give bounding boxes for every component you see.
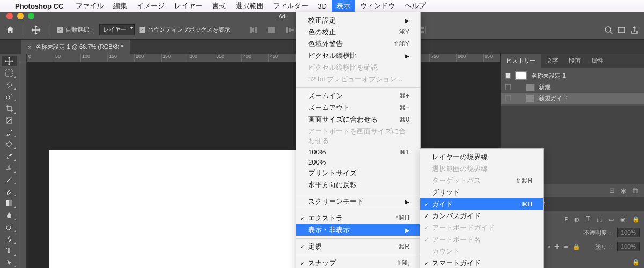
submenu-option[interactable]: ✓カンバスガイド [420, 210, 543, 222]
svg-rect-30 [6, 70, 12, 76]
menu-item-5[interactable]: 選択範囲 [231, 0, 268, 12]
svg-rect-1 [252, 28, 254, 32]
panel-tab[interactable]: 属性 [586, 54, 609, 68]
menu-option[interactable]: ズームイン⌘+ [296, 90, 420, 102]
submenu-option: カウント [420, 245, 543, 257]
menu-option[interactable]: 画面サイズに合わせる⌘0 [296, 114, 420, 125]
menu-item-10[interactable]: ヘルプ [400, 0, 430, 12]
stamp-tool[interactable] [2, 162, 17, 173]
svg-line-39 [11, 224, 12, 226]
crop-tool[interactable] [2, 103, 17, 114]
frame-tool[interactable] [2, 115, 17, 126]
menu-option[interactable]: 色域外警告⇧⌘Y [296, 38, 420, 50]
horizontal-ruler: 0501001502002503003504004505005506006507… [27, 54, 500, 62]
menu-item-1[interactable]: 編集 [108, 0, 132, 12]
lasso-tool[interactable] [2, 79, 17, 90]
fill-field[interactable]: 100% [617, 242, 640, 251]
menu-item-6[interactable]: フィルター [268, 0, 313, 12]
svg-rect-4 [270, 27, 273, 33]
menu-option[interactable]: ✓スナップ⇧⌘; [296, 257, 420, 268]
submenu-option[interactable]: ✓スマートガイド [420, 257, 543, 268]
panel-tab[interactable]: 段落 [564, 54, 586, 68]
submenu-option: ✓アートボード名 [420, 234, 543, 245]
svg-rect-26 [421, 31, 424, 33]
svg-rect-35 [6, 141, 12, 147]
menu-item-7[interactable]: 3D [313, 0, 332, 12]
eyedropper-tool[interactable] [2, 127, 17, 138]
history-item[interactable]: 新規 [501, 81, 644, 93]
move-tool[interactable] [2, 56, 17, 66]
vertical-ruler [18, 62, 27, 268]
submenu-option[interactable]: ✓ガイド⌘H [420, 198, 543, 210]
history-brush-tool[interactable] [2, 174, 17, 185]
history-panel: ✓名称未設定 1新規新規ガイド [501, 68, 644, 106]
heal-tool[interactable] [2, 139, 17, 150]
menu-option[interactable]: ズームアウト⌘− [296, 102, 420, 114]
dodge-tool[interactable] [2, 222, 17, 233]
document-tab[interactable]: × 名称未設定 1 @ 66.7% (RGB/8) * [21, 40, 130, 54]
minimize-window-icon[interactable] [17, 13, 24, 19]
thumbnail-icon[interactable]: ⊞ [609, 187, 615, 195]
menu-option[interactable]: ピクセル縦横比▶ [296, 50, 420, 62]
svg-point-31 [6, 96, 10, 99]
menu-option[interactable]: 表示・非表示▶ [296, 224, 420, 236]
bbox-checkbox[interactable]: ✓ バウンディングボックスを表示 [139, 26, 230, 34]
svg-line-28 [610, 32, 612, 34]
menu-option[interactable]: 水平方向に反転 [296, 179, 420, 191]
path-select-tool[interactable] [2, 257, 17, 268]
align-icon-2[interactable] [265, 24, 279, 36]
auto-select-checkbox[interactable]: ✓ 自動選択： [57, 26, 95, 34]
menu-item-9[interactable]: ウィンドウ [355, 0, 400, 12]
type-tool[interactable]: T [2, 245, 17, 256]
close-tab-icon[interactable]: × [28, 44, 31, 50]
pen-tool[interactable] [2, 234, 17, 244]
panel-tabs-top: ヒストリー文字段落属性 [501, 54, 644, 68]
opacity-field[interactable]: 100% [617, 228, 640, 237]
menu-option[interactable]: 校正設定▶ [296, 14, 420, 26]
menu-item-4[interactable]: 書式 [207, 0, 231, 12]
eraser-tool[interactable] [2, 186, 17, 197]
menu-item-0[interactable]: ファイル [71, 0, 108, 12]
svg-rect-0 [250, 27, 252, 33]
menu-item-3[interactable]: レイヤー [170, 0, 207, 12]
svg-rect-3 [268, 27, 270, 33]
svg-rect-5 [273, 27, 275, 33]
camera-icon[interactable]: ◉ [620, 187, 626, 195]
submenu-option: ターゲットパス⇧⌘H [420, 175, 543, 187]
menu-item-8[interactable]: 表示 [332, 0, 355, 12]
search-icon[interactable] [604, 26, 613, 34]
history-item[interactable]: ✓名称未設定 1 [501, 70, 644, 81]
blur-tool[interactable] [2, 210, 17, 220]
maximize-window-icon[interactable] [28, 13, 34, 19]
trash-icon[interactable]: 🗑 [632, 187, 639, 195]
brush-tool[interactable] [2, 151, 17, 161]
home-icon[interactable] [5, 25, 15, 35]
menu-option[interactable]: スクリーンモード▶ [296, 196, 420, 207]
menu-option[interactable]: 100%⌘1 [296, 147, 420, 157]
menu-option[interactable]: 色の校正⌘Y [296, 26, 420, 38]
quick-select-tool[interactable] [2, 91, 17, 102]
align-icon[interactable] [246, 24, 260, 36]
align-icon-3[interactable] [283, 24, 297, 36]
menu-option[interactable]: ✓エクストラ^⌘H [296, 212, 420, 224]
panel-tab[interactable]: 文字 [541, 54, 564, 68]
svg-point-38 [6, 226, 11, 230]
menu-option[interactable]: プリントサイズ [296, 167, 420, 179]
history-item[interactable]: 新規ガイド [501, 93, 644, 104]
menu-option: 32 bit プレビューオプション... [296, 73, 420, 85]
move-tool-icon[interactable] [31, 25, 41, 35]
view-mode-icon[interactable] [617, 26, 626, 34]
gradient-tool[interactable] [2, 198, 17, 209]
submenu-option: ✓アートボードガイド [420, 222, 543, 234]
submenu-option[interactable]: グリッド [420, 187, 543, 198]
marquee-tool[interactable] [2, 68, 17, 78]
app-name[interactable]: Photoshop CC [15, 2, 63, 10]
menu-item-2[interactable]: イメージ [132, 0, 170, 12]
close-window-icon[interactable] [6, 13, 13, 19]
share-icon[interactable] [630, 26, 639, 34]
submenu-option[interactable]: レイヤーの境界線 [420, 151, 543, 163]
panel-tab[interactable]: ヒストリー [501, 54, 541, 68]
auto-select-dropdown[interactable]: レイヤー [99, 24, 135, 35]
menu-option[interactable]: ✓定規⌘R [296, 241, 420, 252]
menu-option[interactable]: 200% [296, 157, 420, 167]
